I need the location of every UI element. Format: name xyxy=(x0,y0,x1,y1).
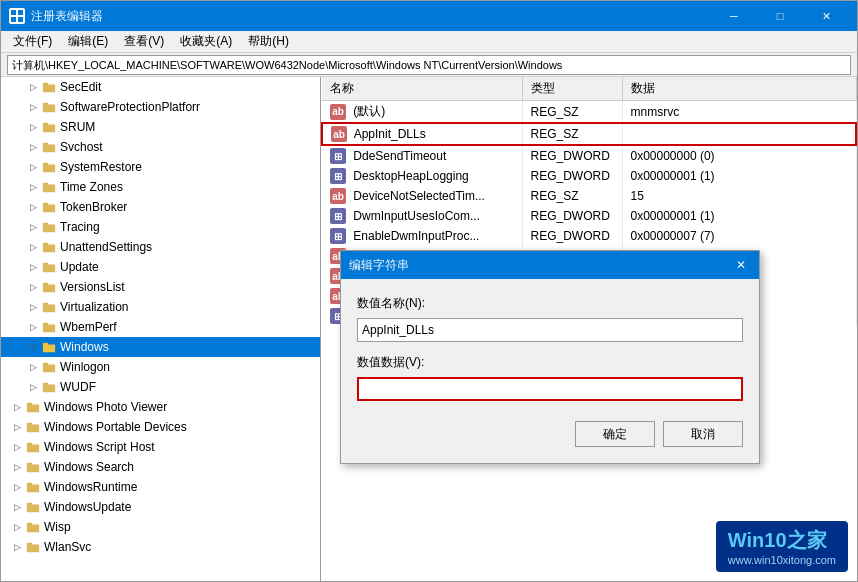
svg-rect-26 xyxy=(43,304,55,312)
tree-item-srum[interactable]: ▷ SRUM xyxy=(1,117,320,137)
table-row[interactable]: ⊞ EnableDwmInputProc... REG_DWORD 0x0000… xyxy=(322,226,856,246)
window-title: 注册表编辑器 xyxy=(31,8,711,25)
dialog-data-input[interactable] xyxy=(357,377,743,401)
tree-item-search[interactable]: ▷ Windows Search xyxy=(1,457,320,477)
folder-icon xyxy=(25,459,41,475)
menu-file[interactable]: 文件(F) xyxy=(5,31,60,52)
tree-item-scripthost[interactable]: ▷ Windows Script Host xyxy=(1,437,320,457)
tree-item-secedit[interactable]: ▷ SecEdit xyxy=(1,77,320,97)
tree-item-label: WindowsRuntime xyxy=(44,480,137,494)
menu-edit[interactable]: 编辑(E) xyxy=(60,31,116,52)
tree-item-tracing[interactable]: ▷ Tracing xyxy=(1,217,320,237)
expand-icon: ▷ xyxy=(9,499,25,515)
svg-rect-47 xyxy=(27,503,32,506)
tree-item-versionslist[interactable]: ▷ VersionsList xyxy=(1,277,320,297)
tree-item-winlogon[interactable]: ▷ Winlogon xyxy=(1,357,320,377)
tree-item-label: WUDF xyxy=(60,380,96,394)
watermark-subtitle: www.win10xitong.com xyxy=(728,554,836,566)
tree-item-label: SRUM xyxy=(60,120,95,134)
svg-rect-17 xyxy=(43,203,48,206)
tree-item-wudf[interactable]: ▷ WUDF xyxy=(1,377,320,397)
tree-item-unattendsettings[interactable]: ▷ UnattendSettings xyxy=(1,237,320,257)
table-row[interactable]: ⊞ DdeSendTimeout REG_DWORD 0x00000000 (0… xyxy=(322,145,856,166)
maximize-button[interactable]: □ xyxy=(757,1,803,31)
tree-item-timezones[interactable]: ▷ Time Zones xyxy=(1,177,320,197)
table-row[interactable]: ⊞ DesktopHeapLogging REG_DWORD 0x0000000… xyxy=(322,166,856,186)
tree-item-photoviewer[interactable]: ▷ Windows Photo Viewer xyxy=(1,397,320,417)
tree-item-update[interactable]: ▷ Update xyxy=(1,257,320,277)
tree-item-tokenbroker[interactable]: ▷ TokenBroker xyxy=(1,197,320,217)
minimize-button[interactable]: ─ xyxy=(711,1,757,31)
reg-name-cell: ab (默认) xyxy=(322,101,522,124)
dialog-close-button[interactable]: ✕ xyxy=(731,255,751,275)
tree-item-windows[interactable]: ▽ Windows xyxy=(1,337,320,357)
tree-item-label: WbemPerf xyxy=(60,320,117,334)
svg-rect-35 xyxy=(43,383,48,386)
svg-rect-6 xyxy=(43,104,55,112)
folder-icon xyxy=(41,319,57,335)
svg-rect-24 xyxy=(43,284,55,292)
expand-icon: ▷ xyxy=(25,119,41,135)
tree-item-swprotection[interactable]: ▷ SoftwareProtectionPlatforr xyxy=(1,97,320,117)
svg-rect-21 xyxy=(43,243,48,246)
svg-rect-7 xyxy=(43,103,48,106)
reg-type-icon: ⊞ xyxy=(330,228,346,244)
tree-item-label: SecEdit xyxy=(60,80,101,94)
svg-rect-2 xyxy=(11,17,16,22)
table-row[interactable]: ab AppInit_DLLs REG_SZ xyxy=(322,123,856,145)
expand-icon: ▷ xyxy=(25,159,41,175)
table-row[interactable]: ⊞ DwmInputUsesIoCom... REG_DWORD 0x00000… xyxy=(322,206,856,226)
dialog-name-input[interactable] xyxy=(357,318,743,342)
dialog-cancel-button[interactable]: 取消 xyxy=(663,421,743,447)
tree-item-wlansvc[interactable]: ▷ WlanSvc xyxy=(1,537,320,557)
tree-item-virtualization[interactable]: ▷ Virtualization xyxy=(1,297,320,317)
svg-rect-8 xyxy=(43,124,55,132)
svg-rect-18 xyxy=(43,224,55,232)
reg-type-icon: ⊞ xyxy=(330,208,346,224)
svg-rect-31 xyxy=(43,343,48,346)
tree-item-svchost[interactable]: ▷ Svchost xyxy=(1,137,320,157)
expand-icon: ▷ xyxy=(25,79,41,95)
svg-rect-12 xyxy=(43,164,55,172)
menu-favorites[interactable]: 收藏夹(A) xyxy=(172,31,240,52)
svg-rect-48 xyxy=(27,524,39,532)
expand-icon: ▷ xyxy=(25,99,41,115)
table-row[interactable]: ab DeviceNotSelectedTim... REG_SZ 15 xyxy=(322,186,856,206)
svg-rect-38 xyxy=(27,424,39,432)
svg-rect-11 xyxy=(43,143,48,146)
tree-item-label: Tracing xyxy=(60,220,100,234)
reg-data-cell xyxy=(622,123,856,145)
tree-item-wisp[interactable]: ▷ Wisp xyxy=(1,517,320,537)
close-button[interactable]: ✕ xyxy=(803,1,849,31)
folder-icon xyxy=(25,519,41,535)
dialog-name-label: 数值名称(N): xyxy=(357,295,743,312)
table-row[interactable]: ab (默认) REG_SZ mnmsrvc xyxy=(322,101,856,124)
reg-type-cell: REG_SZ xyxy=(522,123,622,145)
expand-icon: ▷ xyxy=(25,239,41,255)
reg-name-cell: ⊞ DwmInputUsesIoCom... xyxy=(322,206,522,226)
tree-item-wbemperf[interactable]: ▷ WbemPerf xyxy=(1,317,320,337)
window-controls: ─ □ ✕ xyxy=(711,1,849,31)
svg-rect-43 xyxy=(27,463,32,466)
dialog-title: 编辑字符串 xyxy=(349,257,731,274)
reg-type-cell: REG_SZ xyxy=(522,101,622,124)
address-text[interactable]: 计算机\HKEY_LOCAL_MACHINE\SOFTWARE\WOW6432N… xyxy=(7,55,851,75)
svg-rect-41 xyxy=(27,443,32,446)
menu-view[interactable]: 查看(V) xyxy=(116,31,172,52)
folder-icon xyxy=(25,479,41,495)
svg-rect-27 xyxy=(43,303,48,306)
tree-item-windowsruntime[interactable]: ▷ WindowsRuntime xyxy=(1,477,320,497)
svg-rect-13 xyxy=(43,163,48,166)
svg-rect-33 xyxy=(43,363,48,366)
col-type: 类型 xyxy=(522,77,622,101)
tree-item-windowsupdate[interactable]: ▷ WindowsUpdate xyxy=(1,497,320,517)
address-bar: 计算机\HKEY_LOCAL_MACHINE\SOFTWARE\WOW6432N… xyxy=(1,53,857,77)
tree-item-systemrestore[interactable]: ▷ SystemRestore xyxy=(1,157,320,177)
dialog-ok-button[interactable]: 确定 xyxy=(575,421,655,447)
reg-name-cell: ⊞ EnableDwmInputProc... xyxy=(322,226,522,246)
menu-help[interactable]: 帮助(H) xyxy=(240,31,297,52)
svg-rect-4 xyxy=(43,84,55,92)
expand-icon: ▷ xyxy=(9,459,25,475)
expand-icon: ▷ xyxy=(25,139,41,155)
tree-item-portabledevices[interactable]: ▷ Windows Portable Devices xyxy=(1,417,320,437)
